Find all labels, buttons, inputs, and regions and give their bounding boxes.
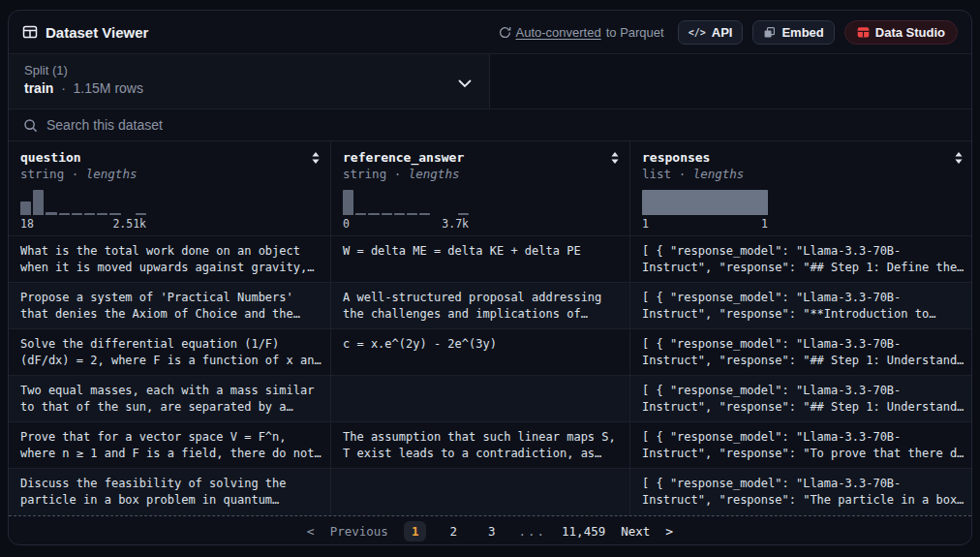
histogram-bar: [407, 213, 417, 215]
histogram-min-label: 18: [20, 217, 34, 231]
histogram-max-label: 2.51k: [112, 217, 146, 231]
column-header-question: question string · lengths 18 2.51k: [9, 141, 331, 235]
table-row: Propose a system of 'Practical Numbers' …: [9, 283, 971, 329]
histogram-min-label: 0: [343, 217, 350, 231]
split-count-label: Split (1): [24, 63, 474, 77]
histogram-bar: [458, 213, 469, 215]
pagination-page-3[interactable]: 3: [480, 521, 504, 542]
data-studio-button[interactable]: Data Studio: [844, 20, 958, 45]
column-name: responses: [642, 150, 710, 165]
pagination-bar: < Previous 1 2 3 ... 11,459 Next >: [9, 515, 971, 545]
auto-converted-note: Auto-converted to Parquet: [499, 25, 664, 40]
histogram-bar: [343, 190, 353, 215]
histogram-bar: [136, 213, 146, 215]
histogram-max-label: 3.7k: [442, 217, 469, 231]
data-studio-button-label: Data Studio: [875, 25, 945, 40]
histogram-bar: [394, 213, 405, 215]
search-bar: [9, 109, 971, 141]
column-header-reference-answer: reference_answer string · lengths 0 3.7k: [331, 141, 630, 235]
split-value: train · 1.15M rows: [24, 80, 474, 96]
cell-responses[interactable]: [ { "response_model": "Llama-3.3-70B-Ins…: [630, 283, 972, 328]
column-type: string · lengths: [20, 167, 321, 181]
chevron-right-icon: >: [665, 524, 673, 539]
viewer-header: Dataset Viewer Auto-converted to Parquet…: [9, 11, 971, 54]
split-row: Split (1) train · 1.15M rows: [9, 54, 971, 109]
pagination-page-1[interactable]: 1: [404, 521, 427, 542]
cell-question[interactable]: Propose a system of 'Practical Numbers' …: [9, 283, 331, 328]
cell-responses[interactable]: [ { "response_model": "Llama-3.3-70B-Ins…: [630, 469, 972, 515]
histogram-bar: [419, 213, 430, 215]
cell-responses[interactable]: [ { "response_model": "Llama-3.3-70B-Ins…: [630, 422, 972, 468]
cell-reference-answer[interactable]: W = delta ME = delta KE + delta PE: [331, 236, 630, 282]
histogram-bar: [97, 213, 107, 215]
search-icon: [23, 118, 38, 133]
page-title: Dataset Viewer: [46, 24, 148, 41]
chevron-left-icon: <: [307, 524, 315, 539]
histogram-bar: [368, 213, 379, 215]
cell-question[interactable]: Prove that for a vector space V = F^n, w…: [9, 422, 331, 468]
histogram-bar: [109, 213, 120, 215]
cell-reference-answer[interactable]: A well-structured proposal addressing th…: [331, 283, 630, 328]
cell-question[interactable]: What is the total work done on an object…: [9, 236, 331, 282]
cell-question[interactable]: Solve the differential equation (1/F) (d…: [9, 329, 331, 375]
cell-responses[interactable]: [ { "response_model": "Llama-3.3-70B-Ins…: [630, 329, 972, 375]
column-type: string · lengths: [343, 167, 620, 181]
split-name: train: [24, 80, 53, 96]
search-input[interactable]: [46, 117, 957, 133]
histogram-bar: [382, 213, 392, 215]
pagination-ellipsis: ...: [518, 524, 546, 539]
sort-icon[interactable]: [610, 151, 620, 165]
pagination-previous[interactable]: Previous: [330, 524, 388, 539]
column-name: reference_answer: [343, 150, 464, 165]
refresh-icon: [499, 26, 511, 39]
split-row-filler: [490, 54, 971, 108]
histogram-bar: [72, 213, 82, 215]
auto-converted-link[interactable]: Auto-converted: [516, 25, 601, 40]
histogram-bar: [84, 213, 95, 215]
pagination-last-page[interactable]: 11,459: [562, 524, 605, 539]
length-histogram: [642, 190, 768, 215]
embed-button-label: Embed: [781, 25, 823, 40]
histogram-bar: [59, 213, 70, 215]
table-body: What is the total work done on an object…: [9, 236, 971, 515]
pagination-page-2[interactable]: 2: [442, 521, 465, 542]
cell-reference-answer[interactable]: The assumption that such linear maps S, …: [331, 422, 630, 468]
chevron-down-icon: [458, 79, 472, 88]
column-header-responses: responses list · lengths 1 1: [630, 141, 972, 235]
table-row: What is the total work done on an object…: [9, 236, 971, 283]
cell-responses[interactable]: [ { "response_model": "Llama-3.3-70B-Ins…: [630, 376, 972, 421]
split-selector[interactable]: Split (1) train · 1.15M rows: [9, 54, 490, 108]
length-histogram: [20, 190, 146, 215]
table-grid-icon: [22, 24, 38, 40]
sort-icon[interactable]: [954, 151, 964, 165]
auto-converted-suffix: to Parquet: [606, 25, 664, 40]
histogram-bar: [642, 190, 768, 215]
length-histogram: [343, 190, 469, 215]
cell-question[interactable]: Two equal masses, each with a mass simil…: [9, 376, 331, 421]
api-button-label: API: [712, 25, 733, 40]
cell-reference-answer[interactable]: [331, 376, 630, 421]
histogram-bar: [355, 213, 366, 215]
sort-icon[interactable]: [311, 151, 321, 165]
table-row: Two equal masses, each with a mass simil…: [9, 376, 971, 422]
split-separator: ·: [61, 80, 66, 96]
table-row: Solve the differential equation (1/F) (d…: [9, 329, 971, 376]
cell-question[interactable]: Discuss the feasibility of solving the p…: [9, 469, 331, 515]
histogram-bar: [46, 212, 56, 215]
copy-icon: [763, 26, 776, 39]
api-button[interactable]: </> API: [678, 20, 744, 45]
cell-responses[interactable]: [ { "response_model": "Llama-3.3-70B-Ins…: [630, 236, 972, 282]
histogram-bar: [33, 190, 44, 215]
column-headers: question string · lengths 18 2.51k refer…: [9, 141, 971, 236]
histogram-min-label: 1: [642, 217, 649, 231]
cell-reference-answer[interactable]: [331, 469, 630, 515]
data-studio-grid-icon: [857, 26, 870, 39]
table-row: Prove that for a vector space V = F^n, w…: [9, 422, 971, 469]
split-rows-count: 1.15M rows: [74, 80, 143, 96]
histogram-bar: [20, 201, 31, 215]
pagination-next[interactable]: Next: [621, 524, 650, 539]
cell-reference-answer[interactable]: c = x.e^(2y) - 2e^(3y): [331, 329, 630, 375]
column-name: question: [20, 150, 81, 165]
table-row: Discuss the feasibility of solving the p…: [9, 469, 971, 515]
embed-button[interactable]: Embed: [752, 20, 834, 45]
